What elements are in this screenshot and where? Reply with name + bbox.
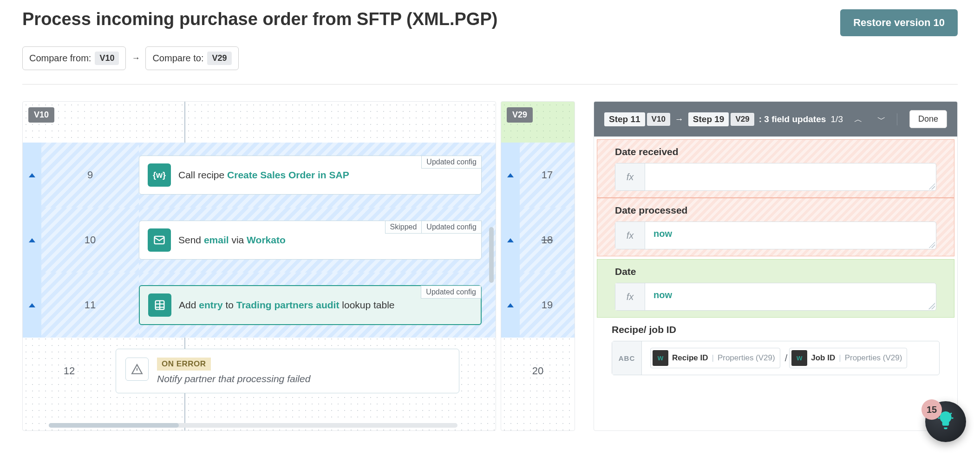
step-text: Call recipe Create Sales Order in SAP: [178, 169, 473, 181]
field-value[interactable]: now: [645, 222, 936, 249]
on-error-badge: ON ERROR: [157, 358, 211, 371]
separator: [897, 113, 897, 125]
compare-from-label: Compare from:: [29, 53, 91, 64]
step-text: Send email via Workato: [178, 235, 473, 246]
field-input[interactable]: ABC w Recipe ID | Properties (V29) / w J…: [612, 341, 940, 375]
compare-from-select[interactable]: Compare from: V10: [22, 46, 126, 70]
error-step-row: 20: [501, 339, 575, 404]
tag-updated-config: Updated config: [421, 156, 482, 169]
field-diff-panel: Step 11 V10 → Step 19 V29 : 3 field upda…: [594, 101, 958, 431]
field-input[interactable]: fx now: [615, 283, 936, 311]
nav-count: 1/3: [831, 114, 843, 124]
triangle-up-icon: [507, 238, 514, 242]
field-removed: Date received fx: [597, 139, 954, 198]
field-removed: Date processed fx now: [597, 198, 954, 256]
resize-handle[interactable]: [928, 303, 935, 309]
step-number: 17: [520, 143, 575, 208]
step-row[interactable]: 9 Updated config {w} Call recipe Create …: [23, 143, 496, 208]
error-step-row: 12 ON ERROR Notify partner that processi…: [23, 339, 496, 404]
divider: [22, 84, 958, 85]
scrollbar-horizontal[interactable]: [49, 423, 457, 428]
formula-icon[interactable]: fx: [615, 163, 645, 190]
field-input[interactable]: fx now: [615, 221, 936, 249]
version-from-column: V10 9 Updated config {w}: [22, 101, 496, 431]
formula-icon[interactable]: fx: [615, 283, 645, 310]
resize-handle[interactable]: [928, 241, 935, 248]
step-row[interactable]: 17: [501, 143, 575, 208]
triangle-up-icon: [507, 173, 514, 177]
from-ver-chip: V10: [647, 113, 670, 126]
field-added: Date fx now: [597, 259, 954, 318]
notification-badge: 15: [921, 399, 942, 420]
step-card[interactable]: Skipped Updated config Send email via Wo…: [139, 221, 482, 260]
field-normal: Recipe/ job ID ABC w Recipe ID | Propert…: [594, 318, 957, 382]
updates-summary: : 3 field updates: [759, 114, 826, 124]
field-label: Date processed: [615, 205, 936, 216]
triangle-up-icon: [29, 173, 35, 177]
table-icon: [148, 293, 171, 317]
step-text: Add entry to Trading partners audit look…: [179, 300, 472, 311]
compare-from-value: V10: [95, 52, 119, 65]
step-number: 18: [520, 208, 575, 273]
field-input[interactable]: fx: [615, 163, 936, 191]
workato-icon: w: [791, 350, 807, 366]
from-step-chip: Step 11: [604, 112, 645, 126]
recipe-icon: {w}: [148, 163, 171, 187]
field-label: Recipe/ job ID: [612, 324, 940, 335]
triangle-up-icon: [29, 238, 35, 242]
pill-recipe-id[interactable]: w Recipe ID | Properties (V29): [650, 348, 780, 368]
expand-toggle[interactable]: [501, 143, 520, 208]
step-row[interactable]: 19: [501, 273, 575, 338]
arrow-icon: →: [131, 53, 140, 63]
expand-toggle[interactable]: [501, 273, 520, 338]
tag-updated-config: Updated config: [422, 221, 482, 234]
step-number: 12: [23, 365, 116, 377]
column-badge-from: V10: [28, 107, 54, 123]
field-value[interactable]: now: [645, 283, 936, 310]
help-fab[interactable]: 15: [925, 401, 966, 440]
email-icon: [148, 228, 171, 252]
version-to-column: V29 17 18 19 20: [501, 101, 575, 431]
tag-updated-config: Updated config: [421, 286, 481, 299]
field-value[interactable]: w Recipe ID | Properties (V29) / w Job I…: [642, 341, 939, 375]
step-number: 19: [520, 273, 575, 338]
column-badge-to: V29: [507, 107, 533, 123]
compare-to-select[interactable]: Compare to: V29: [145, 46, 238, 70]
step-card-selected[interactable]: Updated config Add entry to Trading part…: [139, 285, 482, 325]
tag-skipped: Skipped: [385, 221, 422, 234]
expand-toggle[interactable]: [501, 208, 520, 273]
step-row[interactable]: 10 Skipped Updated config: [23, 208, 496, 273]
error-description: Notify partner that processing failed: [157, 373, 310, 384]
page-title: Process incoming purchase order from SFT…: [22, 9, 497, 29]
expand-toggle[interactable]: [23, 143, 41, 208]
step-number: 20: [501, 365, 575, 377]
compare-to-value: V29: [207, 52, 231, 65]
restore-version-button[interactable]: Restore version 10: [840, 9, 958, 36]
to-ver-chip: V29: [731, 113, 754, 126]
field-label: Date received: [615, 146, 936, 157]
triangle-up-icon: [29, 303, 35, 307]
step-card[interactable]: Updated config {w} Call recipe Create Sa…: [139, 156, 482, 195]
arrow-icon: →: [675, 114, 684, 124]
step-row[interactable]: 18: [501, 208, 575, 273]
next-button[interactable]: ﹀: [874, 112, 889, 127]
text-type-icon[interactable]: ABC: [612, 341, 642, 375]
done-button[interactable]: Done: [909, 110, 947, 128]
step-number: 10: [41, 208, 139, 273]
separator: /: [785, 353, 788, 364]
triangle-up-icon: [507, 303, 514, 307]
field-value[interactable]: [645, 163, 936, 190]
pill-job-id[interactable]: w Job ID | Properties (V29): [789, 348, 907, 368]
expand-toggle[interactable]: [23, 208, 41, 273]
formula-icon[interactable]: fx: [615, 222, 645, 249]
error-card[interactable]: ON ERROR Notify partner that processing …: [116, 349, 459, 393]
expand-toggle[interactable]: [23, 273, 41, 338]
step-row[interactable]: 11 Updated config Add entry to T: [23, 273, 496, 338]
field-label: Date: [615, 266, 936, 277]
diff-header: Step 11 V10 → Step 19 V29 : 3 field upda…: [594, 102, 957, 137]
workato-icon: w: [653, 350, 668, 366]
scrollbar-vertical[interactable]: [489, 227, 494, 283]
resize-handle[interactable]: [928, 183, 935, 189]
prev-button[interactable]: ︿: [850, 112, 866, 127]
to-step-chip: Step 19: [688, 112, 729, 126]
